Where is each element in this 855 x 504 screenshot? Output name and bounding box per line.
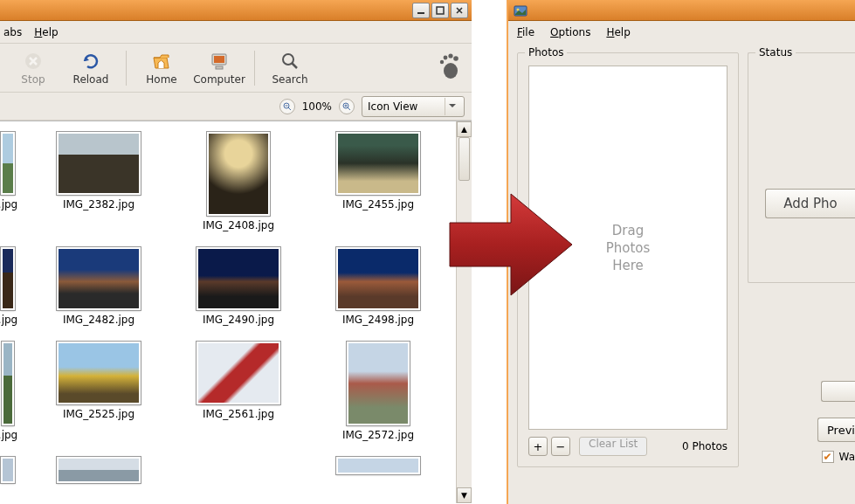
button-partial[interactable]	[821, 381, 855, 402]
file-item[interactable]: IMG_2561.jpg	[182, 342, 295, 441]
svg-point-9	[444, 56, 448, 60]
computer-label: Computer	[193, 73, 245, 86]
svg-point-10	[448, 53, 452, 58]
close-icon	[455, 6, 464, 15]
file-name: .jpg	[0, 314, 17, 326]
file-item[interactable]	[42, 457, 155, 483]
view-mode-label: Icon View	[368, 100, 417, 113]
home-button[interactable]: Home	[135, 47, 188, 89]
svg-rect-4	[214, 56, 224, 63]
thumbnail	[336, 132, 420, 195]
stop-label: Stop	[21, 73, 45, 86]
checkbox-row: ✔ Wa	[822, 451, 855, 463]
view-mode-selector[interactable]: Icon View	[362, 96, 465, 117]
status-panel: Status	[748, 52, 855, 283]
app-icon	[514, 3, 527, 17]
reload-button[interactable]: Reload	[65, 47, 117, 89]
red-arrow-graphic	[445, 183, 576, 308]
file-name: IMG_2408.jpg	[203, 219, 274, 231]
file-item[interactable]: IMG_2455.jpg	[321, 132, 435, 231]
remove-photo-button[interactable]: −	[551, 437, 570, 456]
zoom-out-button[interactable]	[279, 99, 295, 114]
thumbnail	[57, 247, 141, 310]
file-browser-window: abs Help Stop Reload Home Compute	[0, 0, 472, 504]
checkbox[interactable]: ✔	[822, 451, 834, 463]
window-titlebar	[508, 0, 855, 21]
thumbnail	[336, 457, 420, 474]
close-button[interactable]	[451, 3, 468, 18]
drop-hint-text: Here	[612, 258, 644, 273]
svg-point-8	[440, 60, 444, 64]
scroll-up-button[interactable]: ▲	[457, 121, 472, 137]
file-name: IMG_2498.jpg	[342, 314, 414, 326]
file-item[interactable]: IMG_2572.jpg	[321, 342, 435, 441]
svg-rect-5	[216, 66, 223, 69]
file-icon-view[interactable]: .jpg IMG_2382.jpg IMG_2408.jpg IMG_2455.…	[0, 121, 456, 503]
chevron-down-icon	[445, 98, 459, 115]
menu-help[interactable]: Help	[606, 26, 630, 38]
zoom-in-icon	[342, 102, 351, 111]
file-item[interactable]: IMG_2382.jpg	[42, 132, 155, 231]
stop-icon	[23, 51, 44, 72]
stop-button: Stop	[7, 47, 59, 89]
file-item[interactable]: IMG_2490.jpg	[182, 247, 295, 326]
menu-tabs[interactable]: abs	[3, 26, 22, 38]
file-name: IMG_2525.jpg	[63, 408, 134, 420]
file-name: IMG_2561.jpg	[203, 408, 274, 420]
clear-list-button: Clear List	[579, 437, 647, 456]
thumbnail	[57, 342, 141, 404]
photos-toolbar: + − Clear List 0 Photos	[528, 435, 727, 458]
home-icon	[151, 51, 172, 72]
file-item[interactable]: .jpg	[0, 132, 16, 231]
add-photos-button[interactable]: Add Pho	[765, 189, 855, 218]
preview-button[interactable]: Previ	[817, 418, 855, 442]
menubar: abs Help	[0, 21, 472, 44]
file-name: .jpg	[0, 198, 17, 211]
file-item[interactable]: .jpg	[0, 342, 16, 441]
add-photo-button[interactable]: +	[528, 437, 548, 456]
svg-point-7	[444, 63, 458, 79]
scroll-down-button[interactable]: ▼	[457, 487, 472, 503]
file-name: IMG_2490.jpg	[203, 314, 274, 326]
file-name: IMG_2382.jpg	[63, 198, 134, 211]
svg-rect-1	[437, 7, 444, 14]
thumbnail	[197, 247, 280, 310]
computer-icon	[209, 51, 230, 72]
file-item[interactable]: IMG_2408.jpg	[182, 132, 295, 231]
drop-hint-text: Photos	[606, 240, 651, 256]
file-item[interactable]: .jpg	[0, 247, 16, 326]
toolbar: Stop Reload Home Computer Search	[0, 44, 472, 93]
zoom-out-icon	[283, 102, 292, 111]
reload-icon	[80, 51, 101, 72]
gnome-logo-icon	[437, 53, 459, 82]
thumbnail	[1, 132, 15, 195]
thumbnail	[57, 457, 141, 483]
zoom-level: 100%	[302, 100, 332, 113]
search-label: Search	[272, 73, 307, 86]
menu-file[interactable]: File	[517, 26, 534, 38]
file-item[interactable]: IMG_2498.jpg	[321, 247, 435, 326]
vertical-scrollbar[interactable]: ▲ ▼	[456, 121, 472, 503]
menubar: File Options Help	[508, 21, 855, 44]
maximize-icon	[436, 6, 445, 15]
file-item[interactable]: IMG_2525.jpg	[42, 342, 155, 441]
scroll-thumb[interactable]	[459, 137, 470, 181]
thumbnail	[197, 342, 280, 404]
home-label: Home	[146, 73, 176, 86]
menu-options[interactable]: Options	[550, 26, 590, 38]
menu-help[interactable]: Help	[34, 26, 58, 38]
checkbox-label: Wa	[839, 451, 855, 463]
drop-hint-text: Drag	[612, 223, 644, 238]
minimize-button[interactable]	[412, 3, 430, 18]
thumbnail	[207, 132, 270, 216]
svg-rect-0	[417, 12, 424, 14]
thumbnail	[1, 247, 15, 310]
toolbar-separator	[126, 51, 127, 86]
file-item[interactable]	[0, 457, 16, 483]
file-item[interactable]	[321, 457, 435, 483]
file-item[interactable]: IMG_2482.jpg	[42, 247, 155, 326]
zoom-in-button[interactable]	[339, 99, 355, 114]
maximize-button[interactable]	[431, 3, 449, 18]
computer-button[interactable]: Computer	[193, 47, 245, 89]
search-button[interactable]: Search	[264, 47, 316, 89]
